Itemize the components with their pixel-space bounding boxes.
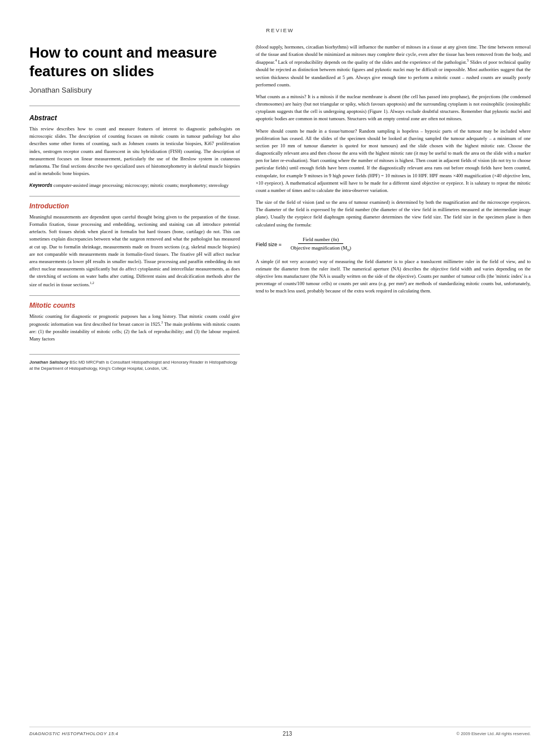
author-footnote-divider [29, 354, 240, 355]
article-title: How to count and measure features on sli… [29, 43, 240, 80]
introduction-heading: Introduction [29, 202, 240, 210]
right-para1: (blood supply, hormones, circadian biorh… [256, 43, 531, 89]
footer-copyright: © 2009 Elsevier Ltd. All rights reserved… [457, 731, 531, 736]
formula-fraction: Field number (fn) Objective magnificatio… [286, 237, 356, 252]
formula-numerator: Field number (fn) [298, 237, 343, 244]
abstract-divider [29, 196, 240, 196]
mitotic-counts-heading: Mitotic counts [29, 302, 240, 309]
formula-denominator: Objective magnification (Mo) [286, 244, 356, 252]
page-footer: DIAGNOSTIC HISTOPATHOLOGY 15:4 213 © 200… [29, 727, 531, 737]
formula-container: Field size = Field number (fn) Objective… [256, 237, 531, 252]
intro-divider [29, 295, 240, 296]
author-footnote: Jonathan Salisbury BSc MD MRCPath is Con… [29, 359, 240, 372]
ref-superscript-1: 1,2 [90, 281, 94, 285]
right-column: (blood supply, hormones, circadian biorh… [256, 43, 531, 372]
mitotic-counts-body: Mitotic counting for diagnostic or progn… [29, 313, 240, 343]
article-page: REVIEW How to count and measure features… [0, 0, 560, 747]
ref-superscript-2: 3 [161, 321, 163, 324]
footer-journal: DIAGNOSTIC HISTOPATHOLOGY 15:4 [29, 731, 119, 736]
right-para3: Where should counts be made in a tissue/… [256, 128, 531, 195]
right-para2: What counts as a mitosis? It is a mitosi… [256, 93, 531, 123]
footer-page-number: 213 [283, 731, 292, 737]
formula-label: Field size = [256, 242, 282, 247]
introduction-body: Meaningful measurements are dependent up… [29, 213, 240, 289]
right-para5: A simple (if not very accurate) way of m… [256, 258, 531, 295]
abstract-body: This review describes how to count and m… [29, 125, 240, 177]
author-name: Jonathan Salisbury [29, 86, 240, 94]
abstract-heading: Abstract [29, 114, 240, 122]
right-para4: The size of the field of vision (and so … [256, 199, 531, 229]
title-divider [29, 106, 240, 106]
ref5: 5 [467, 59, 469, 62]
ref4: 4 [275, 59, 277, 62]
author-credentials: BSc MD MRCPath [68, 360, 104, 365]
author-footnote-name: Jonathan Salisbury [29, 360, 68, 365]
keywords-label: Keywords [29, 182, 53, 188]
article-type-label: REVIEW [29, 27, 531, 33]
left-column: How to count and measure features on sli… [29, 43, 240, 372]
keywords-line: Keywords computer-assisted image process… [29, 182, 240, 189]
keywords-values: computer-assisted image processing; micr… [54, 182, 229, 188]
